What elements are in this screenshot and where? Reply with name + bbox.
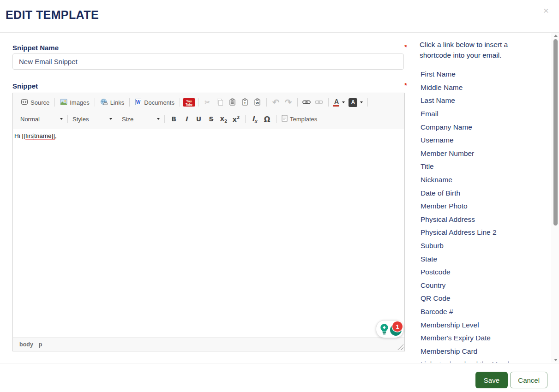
shortcode-link[interactable]: Email bbox=[420, 107, 551, 121]
divider bbox=[367, 98, 368, 107]
youtube-icon: You bbox=[186, 100, 192, 103]
shortcode-link[interactable]: Membership Level bbox=[420, 318, 551, 332]
shortcode-link[interactable]: Date of Birth bbox=[420, 186, 551, 200]
snippet-name-input[interactable] bbox=[12, 53, 404, 70]
resize-grip[interactable] bbox=[397, 344, 403, 350]
grammar-checker-badge[interactable]: 1 bbox=[376, 320, 404, 338]
styles-dropdown[interactable]: Styles bbox=[71, 115, 114, 124]
shortcode-link[interactable]: Barcode # bbox=[420, 305, 551, 319]
templates-label: Templates bbox=[290, 116, 317, 123]
size-dropdown[interactable]: Size bbox=[120, 115, 162, 124]
shortcode-sidebar: Click a link below to insert a shortcode… bbox=[420, 40, 551, 362]
copy-button[interactable] bbox=[214, 96, 226, 108]
shortcode-link[interactable]: Middle Name bbox=[420, 81, 551, 95]
underline-icon: U bbox=[196, 115, 201, 123]
bold-button[interactable]: B bbox=[168, 113, 180, 125]
images-button[interactable]: Images bbox=[58, 97, 92, 108]
toolbar-row-1: Source Images Links W Documents bbox=[13, 94, 404, 111]
superscript-icon: x2 bbox=[233, 115, 240, 123]
insert-link-button[interactable] bbox=[301, 96, 313, 108]
chevron-down-icon bbox=[342, 101, 345, 103]
shortcode-link[interactable]: Member Number bbox=[420, 147, 551, 160]
required-marker-snippet: * bbox=[404, 81, 407, 89]
chevron-down-icon bbox=[157, 118, 160, 120]
shortcode-link[interactable]: Membership Card bbox=[420, 344, 551, 358]
source-icon bbox=[21, 98, 28, 107]
strikethrough-button[interactable]: S bbox=[205, 113, 217, 125]
element-path-item[interactable]: p bbox=[39, 341, 42, 348]
links-button[interactable]: Links bbox=[98, 97, 126, 108]
shortcode-link[interactable]: Postcode bbox=[420, 266, 551, 279]
save-button[interactable]: Save bbox=[475, 372, 508, 388]
shortcode-link[interactable]: Last Name bbox=[420, 94, 551, 107]
scroll-down-arrow[interactable] bbox=[554, 359, 558, 361]
redo-icon: ↷ bbox=[285, 98, 292, 107]
text-color-button[interactable]: A bbox=[331, 96, 347, 108]
images-label: Images bbox=[70, 99, 90, 106]
superscript-button[interactable]: x2 bbox=[230, 113, 242, 125]
shortcode-link[interactable]: Physical Address bbox=[420, 213, 551, 226]
issue-count-badge: 1 bbox=[392, 321, 403, 332]
shortcode-link[interactable]: Member Photo bbox=[420, 200, 551, 213]
close-icon[interactable]: × bbox=[543, 6, 549, 15]
italic-button[interactable]: I bbox=[180, 113, 192, 125]
paste-icon bbox=[229, 98, 236, 107]
bold-icon: B bbox=[171, 115, 176, 123]
divider bbox=[164, 115, 165, 123]
snippet-label: Snippet bbox=[12, 82, 38, 90]
shortcode-link[interactable]: Title bbox=[420, 160, 551, 173]
scrollbar-thumb[interactable] bbox=[553, 39, 558, 226]
paste-word-icon: W bbox=[254, 98, 261, 107]
divider bbox=[245, 115, 246, 123]
underline-button[interactable]: U bbox=[192, 113, 205, 125]
modal-footer: Save Cancel bbox=[0, 363, 559, 392]
shortcode-link[interactable]: QR Code bbox=[420, 292, 551, 305]
editor-content[interactable]: Hi [[firstname]], bbox=[13, 129, 404, 338]
redo-button[interactable]: ↷ bbox=[282, 96, 295, 108]
source-button[interactable]: Source bbox=[18, 97, 52, 108]
subscript-button[interactable]: x2 bbox=[217, 113, 230, 125]
format-dropdown[interactable]: Normal bbox=[18, 115, 65, 124]
toolbar-row-2: Normal Styles Size B I U S x2 bbox=[13, 111, 404, 127]
scissors-icon: ✂ bbox=[204, 98, 210, 107]
required-marker-name: * bbox=[404, 43, 407, 51]
shortcode-link[interactable]: Username bbox=[420, 134, 551, 147]
divider bbox=[67, 115, 68, 123]
editor-text: Hi [[ bbox=[14, 132, 25, 139]
editor-statusbar: bodyp bbox=[13, 338, 404, 351]
strikethrough-icon: S bbox=[209, 115, 213, 123]
chevron-down-icon bbox=[60, 118, 63, 120]
shortcode-link[interactable]: Country bbox=[420, 279, 551, 292]
remove-format-button[interactable]: Ix bbox=[248, 113, 261, 125]
bg-color-icon: A bbox=[349, 98, 357, 107]
paste-button[interactable] bbox=[226, 96, 239, 108]
element-path-item[interactable]: body bbox=[19, 341, 33, 348]
shortcode-link[interactable]: Company Name bbox=[420, 120, 551, 134]
shortcode-link[interactable]: First Name bbox=[420, 68, 551, 81]
svg-text:W: W bbox=[256, 101, 259, 105]
paste-word-button[interactable]: W bbox=[251, 96, 264, 108]
shortcode-link[interactable]: State bbox=[420, 252, 551, 266]
documents-label: Documents bbox=[144, 99, 174, 106]
shortcode-link[interactable]: Nickname bbox=[420, 173, 551, 187]
shortcode-link[interactable]: Suburb bbox=[420, 239, 551, 253]
templates-button[interactable]: Templates bbox=[279, 113, 319, 125]
cancel-button[interactable]: Cancel bbox=[510, 372, 547, 388]
undo-button[interactable]: ↶ bbox=[270, 96, 282, 108]
cut-button[interactable]: ✂ bbox=[201, 96, 214, 108]
special-char-button[interactable]: Ω bbox=[261, 113, 273, 125]
paste-text-button[interactable]: T bbox=[239, 96, 251, 108]
edit-template-modal: EDIT TEMPLATE × Snippet Name * Snippet *… bbox=[0, 0, 559, 392]
link-icon bbox=[302, 99, 311, 106]
youtube-button[interactable]: YouTube bbox=[183, 98, 195, 107]
styles-selected-value: Styles bbox=[72, 116, 89, 123]
unlink-button[interactable] bbox=[313, 96, 325, 108]
shortcode-link[interactable]: Member's Expiry Date bbox=[420, 332, 551, 345]
scroll-up-arrow[interactable] bbox=[554, 35, 558, 37]
shortcode-link[interactable]: Links to download the Member bbox=[420, 358, 551, 362]
rich-text-editor: Source Images Links W Documents bbox=[12, 93, 405, 351]
documents-button[interactable]: W Documents bbox=[132, 97, 177, 108]
divider bbox=[180, 98, 180, 107]
shortcode-link[interactable]: Physical Address Line 2 bbox=[420, 226, 551, 239]
bg-color-button[interactable]: A bbox=[347, 96, 365, 108]
